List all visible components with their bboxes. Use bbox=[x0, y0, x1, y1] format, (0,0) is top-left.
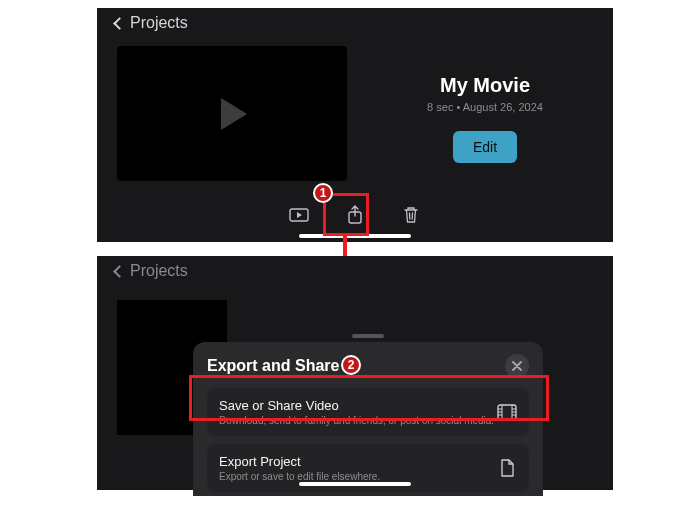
back-label: Projects bbox=[130, 262, 188, 280]
back-label: Projects bbox=[130, 14, 188, 32]
project-meta: 8 sec • August 26, 2024 bbox=[427, 101, 543, 113]
play-icon[interactable] bbox=[221, 98, 247, 130]
project-thumbnail[interactable] bbox=[117, 46, 347, 181]
edit-button[interactable]: Edit bbox=[453, 131, 517, 163]
play-fullscreen-button[interactable] bbox=[288, 204, 310, 226]
project-summary: My Movie 8 sec • August 26, 2024 Edit bbox=[97, 38, 613, 196]
document-icon bbox=[497, 459, 517, 477]
sheet-title: Export and Share bbox=[207, 357, 339, 375]
back-projects-dim[interactable]: Projects bbox=[97, 256, 613, 286]
project-title: My Movie bbox=[440, 74, 530, 97]
chevron-left-icon bbox=[113, 265, 126, 278]
trash-icon bbox=[403, 206, 419, 224]
back-projects[interactable]: Projects bbox=[97, 8, 613, 38]
item-subtitle: Export or save to edit file elsewhere. bbox=[219, 471, 380, 482]
delete-button[interactable] bbox=[400, 204, 422, 226]
home-indicator bbox=[299, 482, 411, 486]
play-rect-icon bbox=[289, 208, 309, 222]
chevron-left-icon bbox=[113, 17, 126, 30]
item-text: Export Project Export or save to edit fi… bbox=[219, 454, 380, 482]
annotation-badge-1: 1 bbox=[313, 183, 333, 203]
sheet-grabber[interactable] bbox=[352, 334, 384, 338]
project-info: My Movie 8 sec • August 26, 2024 Edit bbox=[377, 46, 593, 196]
annotation-badge-2: 2 bbox=[341, 355, 361, 375]
close-icon bbox=[512, 361, 522, 371]
item-title: Export Project bbox=[219, 454, 380, 469]
annotation-highlight-save-share bbox=[189, 375, 549, 421]
